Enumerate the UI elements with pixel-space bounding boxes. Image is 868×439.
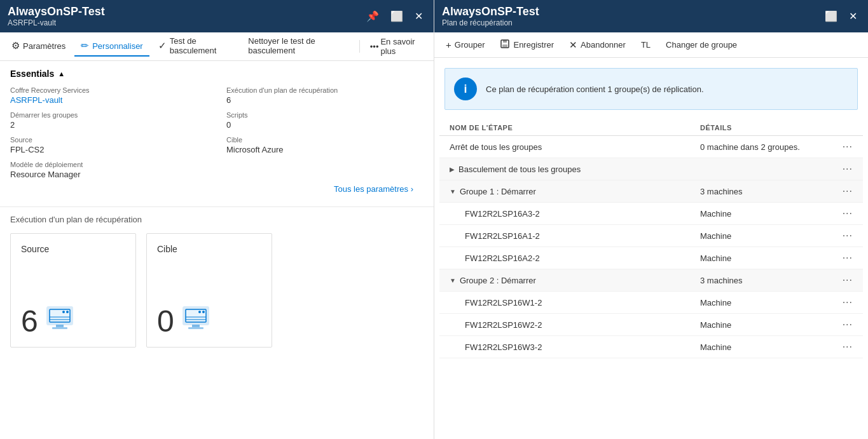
right-close-button[interactable]: ✕ — [846, 9, 860, 24]
table-row: ▼ Groupe 1 : Démarrer 3 machines ··· — [439, 180, 863, 203]
target-card-bottom: 0 — [157, 306, 261, 337]
row-detail-fw-w1: Machine — [700, 298, 827, 307]
right-toolbar: + Grouper Enregistrer ✕ Abandonner TL Ch… — [434, 32, 868, 58]
row-menu-groupe2[interactable]: ··· — [843, 274, 853, 286]
gear-icon: ⚙ — [11, 40, 20, 51]
row-menu-fw-a2[interactable]: ··· — [843, 252, 853, 264]
toolbar-enregistrer[interactable]: Enregistrer — [493, 35, 560, 55]
toolbar-personnaliser-label: Personnaliser — [92, 41, 143, 51]
left-title-controls: 📌 ⬜ ✕ — [363, 9, 426, 24]
left-toolbar: ⚙ Paramètres ✏ Personnaliser ✓ Test de b… — [0, 32, 434, 61]
toolbar-item-parametres[interactable]: ⚙ Paramètres — [5, 36, 72, 57]
execution-section: Exécution d'un plan de récupération Sour… — [0, 207, 434, 439]
row-menu-basculement[interactable]: ··· — [843, 163, 853, 175]
svg-rect-17 — [503, 40, 507, 43]
save-icon — [500, 39, 510, 51]
source-number: 6 — [21, 306, 38, 337]
more-dots-icon: ••• — [370, 42, 379, 51]
right-title-main: AlwaysOnSP-Test — [442, 5, 539, 18]
row-menu-fw-w1[interactable]: ··· — [843, 297, 853, 308]
target-server-icon — [181, 306, 211, 337]
field-scripts: Scripts 0 — [226, 111, 424, 130]
all-params-link[interactable]: Tous les paramètres › — [10, 179, 424, 199]
header-nom-etape: NOM DE L'ÉTAPE — [450, 124, 700, 132]
execution-title: Exécution d'un plan de récupération — [10, 215, 424, 224]
info-message: Ce plan de récupération contient 1 group… — [486, 84, 704, 94]
row-name-arret: Arrêt de tous les groupes — [450, 142, 700, 152]
edit-icon: ✏ — [81, 40, 89, 51]
toolbar-changer-groupe[interactable]: Changer de groupe — [659, 36, 743, 53]
left-title-text: AlwaysOnSP-Test ASRFPL-vault — [8, 5, 105, 27]
coffre-value[interactable]: ASRFPL-vault — [10, 95, 207, 105]
toolbar-item-personnaliser[interactable]: ✏ Personnaliser — [74, 36, 149, 57]
toolbar-test-label: Test de basculement — [170, 36, 233, 55]
row-name-fw-a3: FW12R2LSP16A3-2 — [465, 209, 700, 219]
row-detail-fw-w3: Machine — [700, 342, 827, 352]
row-menu-fw-a1[interactable]: ··· — [843, 230, 853, 241]
field-execution: Exécution d'un plan de récupération 6 — [226, 86, 424, 105]
recovery-table: NOM DE L'ÉTAPE DÉTAILS Arrêt de tous les… — [434, 120, 868, 439]
row-name-groupe1: ▼ Groupe 1 : Démarrer — [450, 187, 700, 196]
execution-label: Exécution d'un plan de récupération — [226, 86, 424, 94]
row-menu-groupe1[interactable]: ··· — [843, 186, 853, 197]
chevron-down-expand[interactable]: ▼ — [450, 188, 456, 195]
source-card: Source 6 — [10, 233, 136, 348]
table-row: FW12R2LSP16A1-2 Machine ··· — [439, 225, 863, 247]
right-title-bar: AlwaysOnSP-Test Plan de récupération ⬜ ✕ — [434, 0, 868, 32]
toolbar-more-button[interactable]: ••• En savoir plus — [365, 33, 429, 60]
table-row: FW12R2LSP16W3-2 Machine ··· — [439, 336, 863, 358]
header-details: DÉTAILS — [700, 124, 827, 132]
toolbar-tl-label: TL — [641, 40, 651, 50]
left-maximize-button[interactable]: ⬜ — [387, 9, 406, 24]
field-coffre: Coffre Recovery Services ASRFPL-vault — [10, 86, 207, 105]
row-name-fw-w2: FW12R2LSP16W2-2 — [465, 320, 700, 330]
row-menu-fw-w3[interactable]: ··· — [843, 341, 853, 353]
source-label: Source — [10, 136, 207, 144]
table-row: ▼ Groupe 2 : Démarrer 3 machines ··· — [439, 269, 863, 292]
right-title-sub: Plan de récupération — [442, 18, 539, 27]
left-title-bar: AlwaysOnSP-Test ASRFPL-vault 📌 ⬜ ✕ — [0, 0, 434, 32]
toolbar-item-nettoyer[interactable]: Nettoyer le test de basculement — [242, 32, 354, 60]
field-source: Source FPL-CS2 — [10, 136, 207, 154]
chevron-right-icon: › — [411, 184, 413, 194]
field-demarrer: Démarrer les groupes 2 — [10, 111, 207, 130]
row-menu-arret[interactable]: ··· — [843, 141, 853, 152]
toolbar-tl[interactable]: TL — [635, 36, 657, 53]
toolbar-abandonner-label: Abandonner — [581, 40, 626, 50]
row-detail-fw-w2: Machine — [700, 320, 827, 330]
essentials-section: Essentials ▲ Coffre Recovery Services AS… — [0, 61, 434, 207]
chevron-down-expand2[interactable]: ▼ — [450, 277, 456, 284]
table-row: FW12R2LSP16A2-2 Machine ··· — [439, 247, 863, 269]
svg-point-6 — [66, 311, 69, 313]
chevron-right-expand[interactable]: ▶ — [450, 166, 455, 173]
svg-rect-13 — [188, 327, 203, 329]
right-maximize-button[interactable]: ⬜ — [822, 9, 841, 24]
toolbar-separator — [359, 40, 360, 53]
source-card-title: Source — [21, 244, 125, 254]
row-name-text: Groupe 1 : Démarrer — [460, 187, 536, 196]
toolbar-abandonner[interactable]: ✕ Abandonner — [563, 36, 632, 55]
essentials-grid: Coffre Recovery Services ASRFPL-vault Ex… — [10, 86, 424, 179]
right-title-text: AlwaysOnSP-Test Plan de récupération — [442, 5, 539, 27]
row-name-text: Arrêt de tous les groupes — [450, 142, 542, 152]
toolbar-item-test-basculement[interactable]: ✓ Test de basculement — [152, 32, 240, 60]
toolbar-grouper[interactable]: + Grouper — [439, 36, 491, 54]
row-detail-arret: 0 machine dans 2 groupes. — [700, 142, 827, 152]
essentials-header[interactable]: Essentials ▲ — [10, 69, 424, 79]
execution-value: 6 — [226, 95, 424, 105]
execution-cards: Source 6 — [10, 233, 424, 348]
row-name-fw-a1: FW12R2LSP16A1-2 — [465, 231, 700, 241]
table-row: FW12R2LSP16A3-2 Machine ··· — [439, 203, 863, 225]
svg-point-15 — [198, 311, 201, 313]
row-menu-fw-w2[interactable]: ··· — [843, 319, 853, 330]
left-pin-button[interactable]: 📌 — [363, 9, 382, 24]
demarrer-label: Démarrer les groupes — [10, 111, 207, 119]
right-panel: AlwaysOnSP-Test Plan de récupération ⬜ ✕… — [434, 0, 868, 439]
toolbar-enregistrer-label: Enregistrer — [513, 40, 554, 50]
row-name-fw-w3: FW12R2LSP16W3-2 — [465, 342, 700, 352]
toolbar-parametres-label: Paramètres — [23, 41, 65, 51]
row-menu-fw-a3[interactable]: ··· — [843, 208, 853, 219]
header-actions — [827, 124, 853, 132]
left-close-button[interactable]: ✕ — [411, 9, 426, 24]
table-row: FW12R2LSP16W2-2 Machine ··· — [439, 314, 863, 336]
